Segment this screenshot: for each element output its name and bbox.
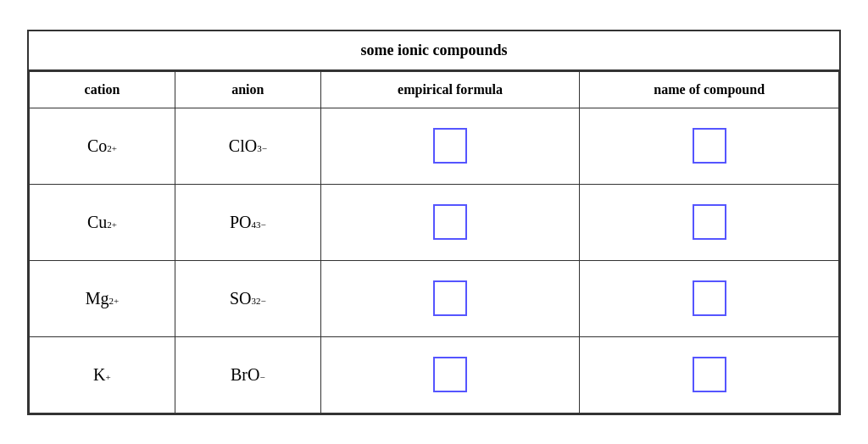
anion-po4: PO43−	[175, 184, 320, 260]
anion-clo3: ClO3−	[175, 108, 320, 184]
table-row: Mg2+ SO32−	[30, 260, 839, 336]
input-box-name-3[interactable]	[693, 280, 726, 316]
input-box-name-1[interactable]	[693, 128, 726, 164]
anion-so3: SO32−	[175, 260, 320, 336]
anion-bro: BrO−	[175, 336, 320, 413]
input-box-empirical-4[interactable]	[433, 357, 467, 392]
empirical-formula-input-3[interactable]	[320, 260, 580, 336]
empirical-formula-input-1[interactable]	[320, 108, 580, 184]
table-row: Cu2+ PO43−	[30, 184, 839, 260]
cation-mg: Mg2+	[30, 260, 175, 336]
input-box-empirical-3[interactable]	[433, 280, 467, 316]
header-empirical-formula: empirical formula	[320, 71, 580, 108]
input-box-empirical-1[interactable]	[433, 128, 467, 164]
ionic-compounds-table: some ionic compounds cation anion empiri…	[27, 30, 841, 415]
empirical-formula-input-2[interactable]	[320, 184, 580, 260]
table-row: Co2+ ClO3−	[30, 108, 839, 184]
name-input-3[interactable]	[580, 260, 839, 336]
table-row: K+ BrO−	[30, 336, 839, 413]
empirical-formula-input-4[interactable]	[320, 336, 580, 413]
input-box-name-2[interactable]	[693, 204, 726, 240]
name-input-4[interactable]	[580, 336, 839, 413]
name-input-1[interactable]	[580, 108, 839, 184]
header-cation: cation	[30, 71, 175, 108]
table-title: some ionic compounds	[29, 31, 839, 71]
cation-k: K+	[30, 336, 175, 413]
cation-cu: Cu2+	[30, 184, 175, 260]
input-box-name-4[interactable]	[693, 357, 726, 392]
header-anion: anion	[175, 71, 320, 108]
cation-co: Co2+	[30, 108, 175, 184]
header-name-of-compound: name of compound	[580, 71, 839, 108]
name-input-2[interactable]	[580, 184, 839, 260]
input-box-empirical-2[interactable]	[433, 204, 467, 240]
